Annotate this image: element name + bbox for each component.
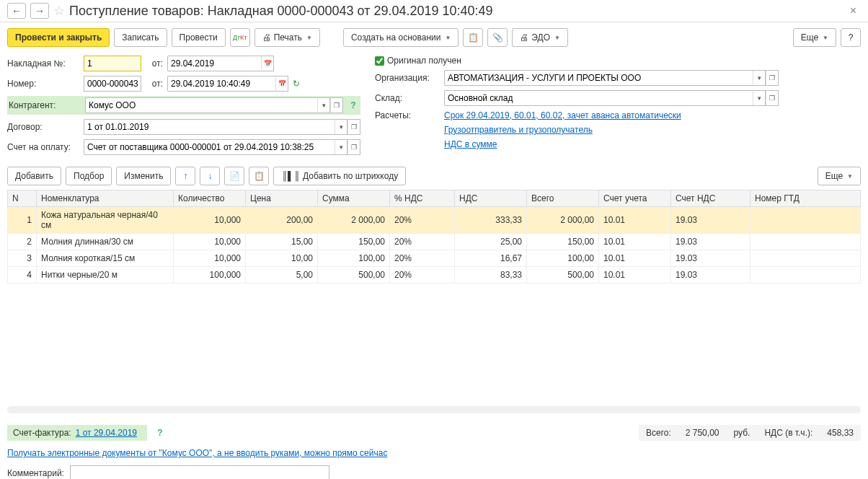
col-nomenclature[interactable]: Номенклатура — [37, 190, 174, 207]
contractor-label: Контрагент: — [9, 100, 81, 110]
help-icon[interactable]: ? — [154, 427, 166, 439]
calendar-icon[interactable]: 📅 — [275, 76, 288, 92]
post-and-close-button[interactable]: Провести и закрыть — [7, 28, 110, 47]
save-button[interactable]: Записать — [114, 28, 167, 47]
edo-button[interactable]: 🖨 ЭДО ▼ — [512, 28, 568, 47]
favorite-icon[interactable]: ☆ — [53, 3, 65, 19]
horizontal-scrollbar[interactable] — [7, 406, 861, 413]
dropdown-icon[interactable]: ▾ — [335, 119, 347, 135]
col-total[interactable]: Всего — [527, 190, 599, 207]
settlements-label: Расчеты: — [375, 110, 440, 120]
col-vat-pct[interactable]: % НДС — [390, 190, 455, 207]
structure-button[interactable]: 📋 — [463, 28, 483, 47]
copy-button[interactable]: 📄 — [224, 167, 244, 185]
org-label: Организация: — [375, 73, 440, 83]
invoice-for-label: Счет на оплату: — [7, 142, 79, 152]
col-n[interactable]: N — [8, 190, 37, 207]
invoice-no-label: Накладная №: — [7, 58, 79, 69]
edo-icon: 🖨 — [520, 32, 528, 43]
move-down-button[interactable]: ↓ — [200, 167, 220, 185]
original-received-checkbox[interactable] — [375, 56, 384, 66]
col-vat[interactable]: НДС — [455, 190, 527, 207]
invoice-date-input[interactable] — [167, 56, 261, 71]
comment-input[interactable] — [70, 465, 329, 479]
col-gtd[interactable]: Номер ГТД — [750, 190, 861, 207]
org-input[interactable] — [444, 70, 753, 86]
chevron-down-icon: ▼ — [823, 35, 828, 41]
open-icon[interactable]: ❐ — [347, 139, 360, 155]
forward-button[interactable]: → — [30, 3, 49, 19]
open-icon[interactable]: ❐ — [347, 119, 360, 135]
vat-total-value: 458,33 — [827, 428, 854, 438]
number-date-input[interactable] — [167, 76, 275, 92]
printer-icon: 🖨 — [262, 32, 271, 43]
col-price[interactable]: Цена — [246, 190, 318, 207]
refresh-icon[interactable]: ↻ — [293, 79, 300, 89]
help-button[interactable]: ? — [841, 28, 861, 47]
open-icon[interactable]: ❐ — [766, 70, 779, 86]
edo-promo-link[interactable]: Получать электронные документы от "Комус… — [7, 448, 387, 458]
warehouse-label: Склад: — [375, 93, 440, 103]
close-icon[interactable]: × — [846, 3, 861, 19]
table-row[interactable]: 3Молния короткая/15 см10,00010,00100,002… — [8, 250, 861, 267]
table-row[interactable]: 1Кожа натуральная черная/40 см10,000200,… — [8, 207, 861, 234]
open-icon[interactable]: ❐ — [330, 97, 343, 113]
number-label: Номер: — [7, 79, 79, 89]
dropdown-icon[interactable]: ▾ — [335, 139, 347, 155]
chevron-down-icon: ▼ — [445, 35, 451, 41]
more-button[interactable]: Еще ▼ — [793, 28, 836, 47]
paste-button[interactable]: 📋 — [249, 167, 269, 185]
invoice-factura-link[interactable]: 1 от 29.04.2019 — [76, 428, 137, 438]
contractor-input[interactable] — [85, 97, 317, 113]
add-barcode-button[interactable]: ║▌║ Добавить по штрихкоду — [273, 167, 406, 185]
attachments-button[interactable]: 📎 — [487, 28, 508, 47]
from-label: от: — [146, 58, 163, 69]
original-received-label: Оригинал получен — [387, 56, 461, 66]
barcode-icon: ║▌║ — [281, 171, 300, 181]
number-input[interactable] — [84, 76, 141, 92]
print-button[interactable]: 🖨 Печать ▼ — [254, 28, 320, 47]
vat-link[interactable]: НДС в сумме — [444, 139, 497, 149]
comment-label: Комментарий: — [7, 468, 64, 478]
table-row[interactable]: 2Молния длинная/30 см10,00015,00150,0020… — [8, 234, 861, 250]
open-icon[interactable]: ❐ — [766, 90, 779, 106]
back-button[interactable]: ← — [7, 3, 26, 19]
total-value: 2 750,00 — [686, 428, 719, 438]
from-label-2: от: — [146, 79, 163, 89]
chevron-down-icon: ▼ — [306, 35, 312, 41]
col-sum[interactable]: Сумма — [318, 190, 390, 207]
dropdown-icon[interactable]: ▾ — [753, 90, 766, 106]
table-more-button[interactable]: Еще ▼ — [818, 167, 861, 185]
contract-input[interactable] — [84, 119, 335, 135]
col-vat-acct[interactable]: Счет НДС — [671, 190, 750, 207]
total-label: Всего: — [646, 428, 671, 438]
move-up-button[interactable]: ↑ — [175, 167, 195, 185]
invoice-no-input[interactable] — [84, 56, 141, 71]
chevron-down-icon: ▼ — [554, 35, 560, 41]
vat-total-label: НДС (в т.ч.): — [764, 428, 812, 438]
dt-kt-button[interactable]: ДтКт — [230, 28, 250, 47]
shipper-link[interactable]: Грузоотправитель и грузополучатель — [444, 125, 593, 135]
contract-label: Договор: — [7, 122, 79, 132]
items-table: N Номенклатура Количество Цена Сумма % Н… — [7, 190, 861, 284]
table-row[interactable]: 4Нитки черные/20 м100,0005,00500,0020%83… — [8, 267, 861, 284]
help-icon[interactable]: ? — [347, 100, 359, 111]
chevron-down-icon: ▼ — [847, 173, 853, 180]
dropdown-icon[interactable]: ▾ — [317, 97, 330, 113]
col-acct[interactable]: Счет учета — [599, 190, 671, 207]
warehouse-input[interactable] — [444, 90, 753, 106]
invoice-factura-label: Счет-фактура: — [13, 428, 71, 438]
settlements-link[interactable]: Срок 29.04.2019, 60.01, 60.02, зачет ава… — [444, 110, 681, 120]
create-based-button[interactable]: Создать на основании ▼ — [343, 28, 459, 47]
currency-label: руб. — [733, 428, 750, 438]
dropdown-icon[interactable]: ▾ — [753, 70, 766, 86]
edit-button[interactable]: Изменить — [116, 167, 171, 185]
add-row-button[interactable]: Добавить — [7, 167, 61, 185]
col-qty[interactable]: Количество — [174, 190, 246, 207]
calendar-icon[interactable]: 📅 — [261, 56, 274, 71]
page-title: Поступление товаров: Накладная 0000-0000… — [69, 4, 841, 19]
pick-button[interactable]: Подбор — [66, 167, 112, 185]
invoice-for-input[interactable] — [84, 139, 335, 155]
post-button[interactable]: Провести — [172, 28, 226, 47]
